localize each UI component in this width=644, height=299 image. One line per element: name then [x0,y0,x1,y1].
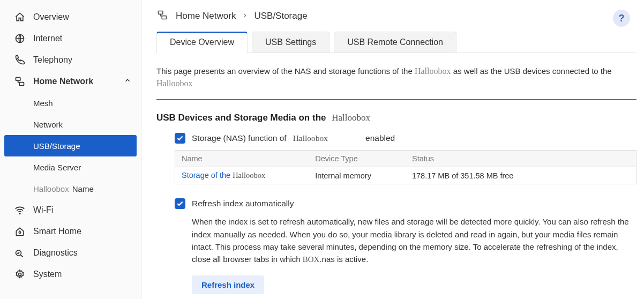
storage-device-type: Internal memory [309,167,406,184]
sidebar-subitem-device-name[interactable]: Halloobox Name [0,178,141,199]
sidebar-label: System [33,270,62,279]
svg-point-3 [19,213,20,214]
device-brand: Halloobox [293,133,328,143]
sidebar-item-smart-home[interactable]: Smart Home [0,221,141,242]
nas-status: enabled [365,133,395,143]
device-brand: Halloobox [156,79,193,88]
chevron-up-icon [124,77,131,86]
sidebar-item-system[interactable]: System [0,264,141,285]
sidebar-label: Telephony [33,55,72,65]
sidebar-sublabel-prefix: Halloobox [33,184,69,193]
sidebar-label: Wi-Fi [33,205,53,215]
sidebar-sublabel: USB/Storage [33,141,80,151]
tab-label: USB Remote Connection [347,38,443,47]
sidebar-item-wifi[interactable]: Wi-Fi [0,199,141,221]
storage-name-cell: Storage of the Halloobox [175,167,309,184]
svg-rect-2 [19,83,24,86]
refresh-index-button[interactable]: Refresh index [192,275,264,294]
nas-checkbox[interactable] [175,133,185,144]
phone-icon [14,54,26,66]
breadcrumb: Home Network USB/Storage [156,10,636,22]
network-icon [156,10,168,22]
storage-status: 178.17 MB of 351.58 MB free [406,167,636,184]
network-icon [14,76,26,87]
tab-usb-settings[interactable]: USB Settings [252,32,330,53]
nas-checkbox-label: Storage (NAS) function of [192,133,287,143]
device-brand: Halloobox [415,66,451,76]
sidebar-label: Overview [33,12,69,22]
storage-table: Name Device Type Status Storage of the H… [175,150,636,184]
table-header-status: Status [406,151,636,167]
chevron-right-icon [242,11,248,20]
home-icon [14,11,26,23]
globe-icon [14,33,26,44]
smart-home-icon [14,226,26,237]
tab-label: USB Settings [265,38,316,47]
storage-link[interactable]: Storage of the Halloobox [182,171,265,180]
table-header-device-type: Device Type [309,151,406,167]
sidebar-label: Smart Home [33,227,81,236]
breadcrumb-current: USB/Storage [254,11,307,21]
main-content: ? Home Network USB/Storage Device Overvi… [141,0,644,299]
sidebar-sublabel: Network [33,120,63,129]
sidebar-item-internet[interactable]: Internet [0,28,141,49]
svg-rect-7 [159,11,163,14]
svg-rect-1 [16,78,20,81]
refresh-checkbox[interactable] [175,198,185,209]
sidebar-label: Home Network [33,77,93,86]
divider [156,99,636,100]
refresh-checkbox-row: Refresh index automatically [175,198,636,209]
svg-rect-8 [162,16,166,19]
sidebar-item-overview[interactable]: Overview [0,6,141,28]
sidebar-label: Diagnostics [33,248,78,258]
sidebar-subitem-media-server[interactable]: Media Server [0,156,141,178]
tab-device-overview[interactable]: Device Overview [156,32,248,53]
sidebar: Overview Internet Telephony Home Network… [0,0,141,299]
wifi-icon [14,204,26,216]
sidebar-sublabel-suffix: Name [72,184,94,193]
sidebar-sublabel: Media Server [33,163,81,172]
sidebar-subitem-mesh[interactable]: Mesh [0,92,141,114]
table-header-name: Name [175,151,309,167]
gear-icon [14,268,26,280]
intro-text: This page presents an overview of the NA… [156,65,636,89]
refresh-description: When the index is set to refresh automat… [192,215,636,266]
tab-label: Device Overview [170,38,234,47]
sidebar-subitem-network[interactable]: Network [0,114,141,135]
sidebar-item-diagnostics[interactable]: Diagnostics [0,242,141,264]
sidebar-item-telephony[interactable]: Telephony [0,49,141,71]
refresh-checkbox-label: Refresh index automatically [192,199,294,208]
device-brand: Halloobox [332,113,370,123]
svg-point-6 [19,273,21,276]
tab-usb-remote-connection[interactable]: USB Remote Connection [334,32,456,53]
sidebar-item-home-network[interactable]: Home Network [0,71,141,92]
nas-checkbox-row: Storage (NAS) function of Halloobox enab… [175,133,636,144]
diagnostics-icon [14,247,26,259]
help-icon-text: ? [619,13,625,24]
svg-point-4 [19,231,20,233]
sidebar-subitem-usb-storage[interactable]: USB/Storage [4,135,137,156]
breadcrumb-parent[interactable]: Home Network [176,11,236,21]
section-title: USB Devices and Storage Media on the Hal… [156,113,636,123]
help-button[interactable]: ? [613,10,630,27]
sidebar-sublabel: Mesh [33,99,53,108]
tabs: Device Overview USB Settings USB Remote … [156,32,636,53]
refresh-group: Refresh index automatically When the ind… [175,198,636,294]
sidebar-label: Internet [33,34,62,43]
table-row: Storage of the Halloobox Internal memory… [175,167,636,184]
